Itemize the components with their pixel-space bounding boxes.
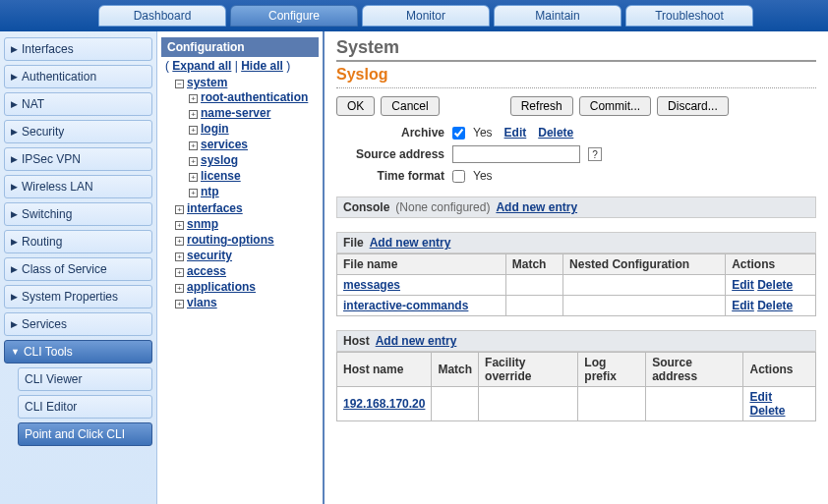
tree-node-system[interactable]: system [187, 76, 227, 89]
host-delete-link[interactable]: Delete [749, 404, 785, 418]
tab-maintain[interactable]: Maintain [494, 5, 621, 27]
expand-icon[interactable]: + [189, 157, 198, 166]
expand-icon[interactable]: + [175, 284, 184, 293]
expand-icon[interactable]: + [175, 205, 184, 214]
expand-icon[interactable]: + [189, 110, 198, 119]
tree-node-ntp[interactable]: ntp [201, 185, 219, 198]
file-match-cell [505, 275, 562, 296]
tree-controls: ( Expand all | Hide all ) [161, 57, 319, 75]
expand-icon[interactable]: + [189, 126, 198, 135]
time-format-checkbox[interactable] [452, 170, 465, 183]
expand-icon[interactable]: + [189, 141, 198, 150]
source-address-input[interactable] [452, 145, 580, 163]
file-delete-link[interactable]: Delete [757, 299, 793, 312]
acc-label: Wireless LAN [22, 180, 93, 194]
chevron-right-icon: ▶ [11, 209, 18, 219]
main-content: System Syslog OK Cancel Refresh Commit..… [325, 31, 828, 504]
file-edit-link[interactable]: Edit [732, 278, 754, 292]
sub-point-click-cli[interactable]: Point and Click CLI [18, 422, 152, 446]
commit-button[interactable]: Commit... [579, 96, 651, 116]
expand-icon[interactable]: + [175, 237, 184, 246]
tree-node-root-auth[interactable]: root-authentication [201, 90, 308, 104]
tree-node-syslog[interactable]: syslog [201, 153, 238, 167]
host-edit-link[interactable]: Edit [749, 390, 772, 404]
acc-label: Switching [22, 207, 72, 221]
tab-configure[interactable]: Configure [230, 5, 358, 27]
acc-nat[interactable]: ▶NAT [4, 92, 152, 116]
acc-cli-tools[interactable]: ▼CLI Tools [4, 340, 152, 364]
acc-security[interactable]: ▶Security [4, 120, 152, 143]
tree-node-applications[interactable]: applications [187, 280, 256, 294]
acc-cos[interactable]: ▶Class of Service [4, 257, 152, 281]
tree-node-nameserver[interactable]: name-server [201, 106, 270, 120]
file-table: File name Match Nested Configuration Act… [336, 253, 816, 316]
acc-wireless[interactable]: ▶Wireless LAN [4, 175, 152, 198]
table-row: messages Edit Delete [337, 275, 816, 296]
refresh-button[interactable]: Refresh [510, 96, 573, 116]
cancel-button[interactable]: Cancel [381, 96, 439, 116]
console-add-link[interactable]: Add new entry [496, 200, 577, 214]
expand-icon[interactable]: + [189, 94, 198, 103]
acc-interfaces[interactable]: ▶Interfaces [4, 37, 152, 61]
acc-label: NAT [22, 97, 44, 111]
expand-icon[interactable]: + [189, 173, 198, 182]
discard-button[interactable]: Discard... [657, 96, 729, 116]
expand-icon[interactable]: + [175, 300, 184, 308]
acc-switching[interactable]: ▶Switching [4, 202, 152, 226]
tree-node-routing-options[interactable]: routing-options [187, 233, 274, 247]
file-name-link[interactable]: messages [343, 278, 400, 292]
tab-monitor[interactable]: Monitor [362, 5, 490, 27]
hide-all-link[interactable]: Hide all [241, 59, 283, 73]
tree-node-services[interactable]: services [201, 138, 248, 151]
file-add-link[interactable]: Add new entry [370, 236, 451, 250]
sub-cli-viewer[interactable]: CLI Viewer [18, 367, 152, 391]
host-prefix-cell [578, 387, 646, 421]
acc-label: Authentication [22, 70, 96, 84]
ok-button[interactable]: OK [336, 96, 375, 116]
archive-yes: Yes [473, 126, 493, 140]
acc-label: Services [22, 317, 67, 331]
host-col-actions: Actions [743, 353, 816, 387]
chevron-right-icon: ▶ [11, 72, 18, 82]
tree-node-vlans[interactable]: vlans [187, 296, 217, 309]
tree-node-license[interactable]: license [201, 169, 241, 183]
file-edit-link[interactable]: Edit [732, 299, 754, 312]
archive-edit-link[interactable]: Edit [504, 126, 527, 140]
acc-label: Routing [22, 235, 62, 249]
acc-services[interactable]: ▶Services [4, 312, 152, 336]
expand-icon[interactable]: + [175, 221, 184, 230]
tree-node-security[interactable]: security [187, 249, 232, 262]
archive-checkbox[interactable] [452, 127, 465, 140]
sub-cli-editor[interactable]: CLI Editor [18, 395, 152, 419]
acc-ipsec[interactable]: ▶IPSec VPN [4, 147, 152, 171]
expand-icon[interactable]: + [175, 252, 184, 261]
tree-header: Configuration [161, 37, 319, 57]
chevron-right-icon: ▶ [11, 127, 18, 137]
host-add-link[interactable]: Add new entry [376, 334, 457, 348]
host-table: Host name Match Facility override Log pr… [336, 352, 816, 421]
acc-routing[interactable]: ▶Routing [4, 230, 152, 253]
host-col-facility: Facility override [479, 353, 578, 387]
expand-icon[interactable]: + [189, 189, 198, 197]
help-icon[interactable]: ? [588, 147, 602, 161]
archive-delete-link[interactable]: Delete [538, 126, 573, 140]
tree-node-login[interactable]: login [201, 122, 229, 136]
host-name-link[interactable]: 192.168.170.20 [343, 397, 425, 411]
tab-dashboard[interactable]: Dashboard [98, 5, 226, 27]
tree-node-snmp[interactable]: snmp [187, 217, 218, 231]
collapse-icon[interactable]: − [175, 80, 184, 88]
chevron-right-icon: ▶ [11, 292, 18, 302]
tree-node-interfaces[interactable]: interfaces [187, 201, 243, 215]
file-col-actions: Actions [726, 254, 816, 275]
console-section: Console (None configured) Add new entry [336, 196, 816, 218]
acc-authentication[interactable]: ▶Authentication [4, 65, 152, 88]
file-name-link[interactable]: interactive-commands [343, 299, 468, 312]
acc-sysprops[interactable]: ▶System Properties [4, 285, 152, 308]
tab-troubleshoot[interactable]: Troubleshoot [625, 5, 753, 27]
file-delete-link[interactable]: Delete [757, 278, 793, 292]
table-row: 192.168.170.20 Edit Delete [337, 387, 816, 421]
expand-icon[interactable]: + [175, 268, 184, 277]
expand-all-link[interactable]: Expand all [172, 59, 231, 73]
host-col-src: Source address [646, 353, 743, 387]
tree-node-access[interactable]: access [187, 264, 226, 278]
